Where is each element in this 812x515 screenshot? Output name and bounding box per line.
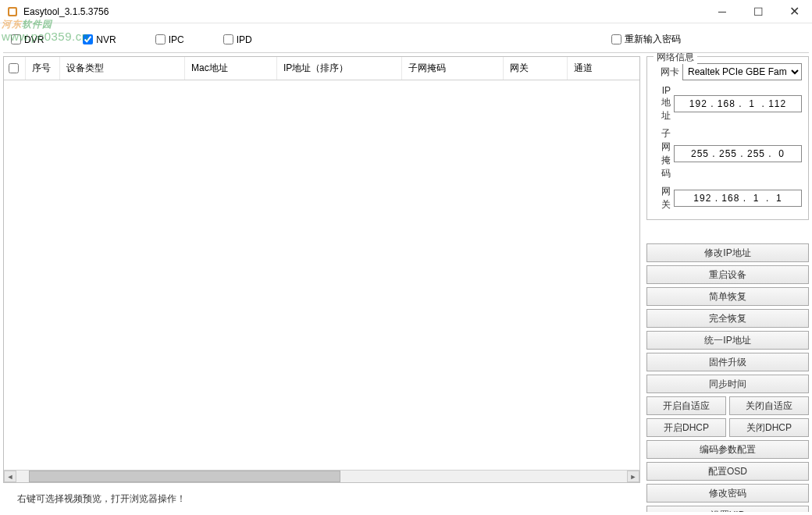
nic-label: 网卡 — [654, 66, 682, 79]
col-gateway[interactable]: 网关 — [504, 57, 568, 80]
dvr-checkbox[interactable]: DVR — [11, 34, 44, 45]
titlebar: Easytool_3.1.5.3756 ─ ☐ ✕ — [0, 0, 812, 23]
reboot-button[interactable]: 重启设备 — [646, 265, 809, 284]
minimize-button[interactable]: ─ — [704, 0, 740, 23]
close-button[interactable]: ✕ — [776, 0, 812, 23]
encode-config-button[interactable]: 编码参数配置 — [646, 440, 809, 459]
firmware-button[interactable]: 固件升级 — [646, 353, 809, 371]
change-password-button[interactable]: 修改密码 — [646, 484, 809, 503]
ipc-checkbox[interactable]: IPC — [155, 34, 184, 45]
col-seq[interactable]: 序号 — [26, 57, 60, 80]
device-table: 序号 设备类型 Mac地址 IP地址（排序） 子网掩码 网关 通道 ◄ ► — [3, 56, 640, 483]
col-channel[interactable]: 通道 — [568, 57, 616, 80]
modify-ip-button[interactable]: 修改IP地址 — [646, 243, 809, 262]
app-icon — [6, 5, 19, 18]
osd-config-button[interactable]: 配置OSD — [646, 462, 809, 481]
col-mask[interactable]: 子网掩码 — [402, 57, 504, 80]
side-panel: 网络信息 网卡 Realtek PCIe GBE Fam IP 地址 子网掩码 … — [640, 53, 809, 512]
auto-off-button[interactable]: 关闭自适应 — [729, 396, 809, 415]
horizontal-scrollbar[interactable]: ◄ ► — [4, 470, 639, 482]
nvr-checkbox[interactable]: NVR — [83, 34, 116, 45]
col-ip[interactable]: IP地址（排序） — [277, 57, 402, 80]
auto-on-button[interactable]: 开启自适应 — [646, 396, 726, 415]
scroll-thumb[interactable] — [29, 471, 340, 482]
scroll-left-icon[interactable]: ◄ — [4, 471, 16, 482]
full-restore-button[interactable]: 完全恢复 — [646, 309, 809, 328]
ipd-checkbox[interactable]: IPD — [223, 34, 252, 45]
ip-label: IP 地址 — [654, 85, 674, 123]
unify-ip-button[interactable]: 统一IP地址 — [646, 331, 809, 350]
maximize-button[interactable]: ☐ — [740, 0, 776, 23]
select-all-checkbox[interactable] — [4, 57, 26, 80]
set-uid-button[interactable]: 设置UID — [646, 506, 809, 512]
gateway-label: 网关 — [654, 185, 674, 211]
col-type[interactable]: 设备类型 — [60, 57, 185, 80]
scroll-right-icon[interactable]: ► — [627, 471, 639, 482]
reenter-password-checkbox[interactable]: 重新输入密码 — [611, 33, 681, 46]
ip-input[interactable] — [674, 95, 802, 112]
window-title: Easytool_3.1.5.3756 — [23, 6, 704, 17]
simple-restore-button[interactable]: 简单恢复 — [646, 287, 809, 306]
sync-time-button[interactable]: 同步时间 — [646, 375, 809, 393]
mask-label: 子网掩码 — [654, 127, 674, 180]
col-mac[interactable]: Mac地址 — [185, 57, 277, 80]
gateway-input[interactable] — [674, 190, 802, 207]
filter-bar: DVR NVR IPC IPD 重新输入密码 — [3, 27, 809, 53]
mask-input[interactable] — [674, 145, 802, 162]
nic-select[interactable]: Realtek PCIe GBE Fam — [682, 63, 802, 80]
network-info-title: 网络信息 — [654, 53, 697, 64]
network-info-group: 网络信息 网卡 Realtek PCIe GBE Fam IP 地址 子网掩码 … — [646, 56, 809, 220]
hint-text: 右键可选择视频预览，打开浏览器操作！ — [3, 486, 640, 512]
table-header: 序号 设备类型 Mac地址 IP地址（排序） 子网掩码 网关 通道 — [4, 57, 639, 80]
svg-rect-1 — [9, 9, 16, 15]
table-body[interactable] — [4, 80, 639, 470]
dhcp-off-button[interactable]: 关闭DHCP — [729, 418, 809, 437]
dhcp-on-button[interactable]: 开启DHCP — [646, 418, 726, 437]
